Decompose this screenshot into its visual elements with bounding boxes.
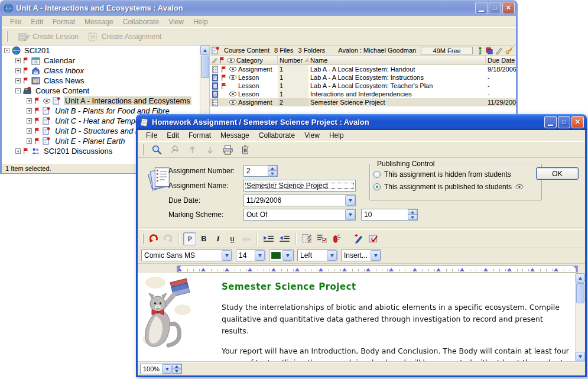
- edit-pencil-icon[interactable]: [495, 47, 503, 54]
- content-row[interactable]: Lesson1Lab A - A Local Ecosystem: Teache…: [210, 82, 516, 90]
- expand-icon[interactable]: +: [15, 68, 21, 73]
- combo-dropdown-icon[interactable]: [327, 250, 337, 261]
- minimize-button[interactable]: ▁: [475, 2, 488, 14]
- radio-button[interactable]: [373, 171, 381, 178]
- combo-dropdown-icon[interactable]: [222, 250, 232, 261]
- menu-collaborate[interactable]: Collaborate: [118, 17, 164, 27]
- spin-down-icon[interactable]: [408, 215, 417, 220]
- search-icon[interactable]: [150, 143, 163, 156]
- column-category[interactable]: Category: [210, 56, 278, 64]
- column-due-date[interactable]: Due Date: [486, 56, 516, 64]
- expand-icon[interactable]: +: [27, 118, 32, 124]
- strike-button[interactable]: abc: [240, 232, 253, 245]
- create-lesson-button[interactable]: Create Lesson: [18, 31, 79, 42]
- editor-text[interactable]: Semester Science Project Study the inter…: [204, 273, 575, 361]
- minimize-button[interactable]: ▁: [544, 116, 557, 128]
- spin-up-icon[interactable]: [268, 166, 277, 171]
- toolbar-grip[interactable]: [142, 234, 144, 244]
- select-check-button[interactable]: [300, 232, 314, 245]
- maximize-button[interactable]: □: [558, 116, 570, 128]
- zoom-dropdown-icon[interactable]: [162, 364, 172, 374]
- zoom-spinner[interactable]: [172, 364, 181, 374]
- course-window-titlebar[interactable]: Unit A - Interactions and Ecosystems : A…: [0, 0, 518, 16]
- scroll-up-icon[interactable]: [200, 46, 210, 55]
- menu-format[interactable]: Format: [48, 17, 80, 27]
- bold-button[interactable]: B: [197, 232, 210, 245]
- tab-stop-icon[interactable]: [460, 268, 464, 271]
- editor-scrollbar[interactable]: [575, 273, 585, 361]
- collapse-icon[interactable]: -: [15, 88, 21, 93]
- list-check-button[interactable]: [315, 232, 329, 245]
- publishing-option-0[interactable]: This assignment is hidden from students: [373, 168, 538, 180]
- scroll-down-icon[interactable]: [576, 352, 585, 361]
- menu-edit[interactable]: Edit: [162, 130, 184, 141]
- expand-icon[interactable]: +: [27, 128, 32, 134]
- content-row[interactable]: Assignment2Semester Science Project11/29…: [210, 98, 516, 106]
- menu-view[interactable]: View: [164, 17, 189, 27]
- assignment-name-input[interactable]: Semester Science Project: [243, 180, 356, 192]
- combo-dropdown-icon[interactable]: [282, 250, 293, 261]
- tab-stop-icon[interactable]: [319, 268, 323, 271]
- close-button[interactable]: ✕: [502, 2, 515, 14]
- tree-item[interactable]: +Calendar: [2, 56, 200, 66]
- close-button[interactable]: ✕: [571, 116, 584, 128]
- tab-stop-icon[interactable]: [412, 268, 417, 271]
- menu-message[interactable]: Message: [80, 17, 118, 27]
- due-date-combo[interactable]: 11/29/2006: [243, 195, 356, 206]
- scroll-up-icon[interactable]: [576, 273, 585, 283]
- ok-button[interactable]: OK: [536, 167, 579, 180]
- delete-icon[interactable]: [239, 143, 252, 156]
- undo-button[interactable]: [147, 232, 160, 245]
- layers-icon[interactable]: [485, 47, 493, 54]
- down-arrow-icon[interactable]: [203, 143, 216, 156]
- menu-file[interactable]: File: [141, 130, 162, 141]
- combo-dropdown-icon[interactable]: [345, 209, 355, 220]
- tree-item[interactable]: +Class Inbox: [2, 66, 200, 76]
- plain-button[interactable]: P: [183, 232, 196, 245]
- tab-stop-icon[interactable]: [530, 268, 535, 271]
- combo-dropdown-icon[interactable]: [345, 195, 355, 206]
- expand-icon[interactable]: +: [27, 138, 32, 144]
- person-icon[interactable]: [477, 47, 483, 54]
- zoom-control[interactable]: 100%: [140, 364, 182, 374]
- tree-item[interactable]: +Class News: [2, 76, 200, 86]
- print-icon[interactable]: [221, 143, 234, 156]
- tab-stop-icon[interactable]: [554, 268, 558, 271]
- tab-stop-icon[interactable]: [201, 268, 206, 271]
- expand-icon[interactable]: +: [15, 58, 21, 63]
- column-name[interactable]: Name: [308, 56, 486, 64]
- up-arrow-icon[interactable]: [186, 143, 199, 156]
- scrollbar-thumb[interactable]: [576, 283, 584, 303]
- publishing-option-1[interactable]: This assignment is published to students: [373, 180, 538, 193]
- column-number[interactable]: Number: [278, 56, 308, 64]
- tab-stop-icon[interactable]: [248, 268, 252, 271]
- font-family-combo[interactable]: Comic Sans MS: [141, 250, 232, 261]
- expand-icon[interactable]: +: [15, 148, 21, 154]
- spin-down-icon[interactable]: [268, 171, 277, 176]
- marker-button[interactable]: [330, 232, 343, 245]
- tab-stop-icon[interactable]: [389, 268, 394, 271]
- tab-stop-icon[interactable]: [225, 268, 229, 271]
- menu-format[interactable]: Format: [184, 130, 216, 141]
- combo-dropdown-icon[interactable]: [255, 250, 265, 261]
- signature-button[interactable]: [352, 232, 365, 245]
- expand-icon[interactable]: +: [27, 98, 32, 103]
- create-assignment-button[interactable]: Create Assignment: [87, 31, 161, 42]
- tab-stop-icon[interactable]: [436, 268, 441, 271]
- radio-button[interactable]: [373, 183, 381, 190]
- font-size-combo[interactable]: 14: [236, 250, 265, 261]
- outdent-button[interactable]: [277, 232, 292, 245]
- marking-scheme-combo[interactable]: Out Of: [243, 209, 356, 221]
- tree-item[interactable]: +Unit A - Interactions and Ecosystems: [2, 96, 200, 106]
- tab-stop-icon[interactable]: [483, 268, 488, 271]
- menu-collaborate[interactable]: Collaborate: [254, 130, 300, 141]
- font-color-combo[interactable]: [269, 250, 294, 261]
- spin-up-icon[interactable]: [408, 209, 417, 215]
- content-row[interactable]: Lesson1Interactions and Interdependencie…: [210, 90, 516, 98]
- tab-stop-icon[interactable]: [295, 268, 300, 271]
- menu-message[interactable]: Message: [216, 130, 254, 141]
- content-row[interactable]: Assignment1Lab A - A Local Ecosystem: Ha…: [210, 65, 516, 73]
- expand-icon[interactable]: +: [15, 78, 21, 83]
- spin-down-icon[interactable]: [172, 369, 181, 374]
- menu-view[interactable]: View: [300, 130, 324, 141]
